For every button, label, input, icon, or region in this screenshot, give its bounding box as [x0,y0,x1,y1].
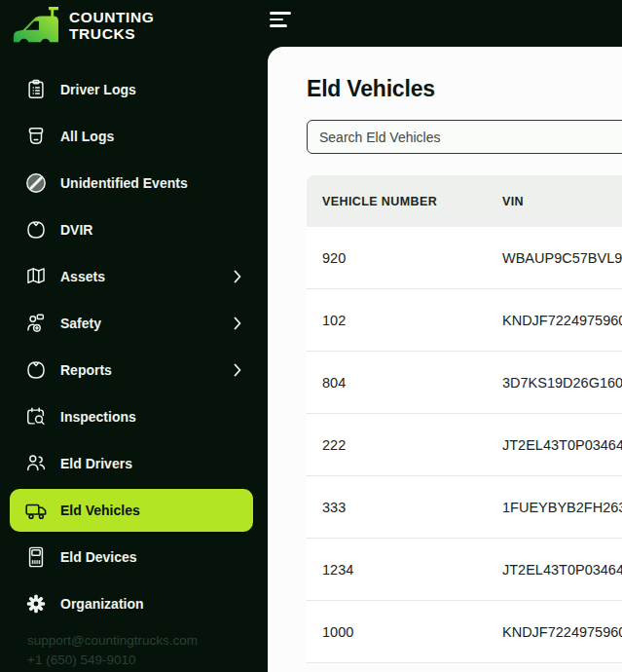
vin-cell: JT2EL43T0P0346455 [502,437,622,453]
vehicles-table: VEHICLE NUMBER VIN 920 WBAUP9C57BVL906 1… [307,175,622,663]
sidebar-item-eld-devices[interactable]: Eld Devices [10,536,253,579]
people-icon [24,452,48,475]
sidebar-item-label: Driver Logs [60,82,136,97]
support-phone: +1 (650) 549-9010 [27,651,198,670]
menu-icon[interactable] [270,12,295,29]
sidebar-item-label: Assets [60,269,105,284]
table-row[interactable]: 1000 KNDJF72249759607 [307,601,622,663]
sidebar-item-unidentified-events[interactable]: Unidentified Events [10,162,253,205]
main-panel: Eld Vehicles VEHICLE NUMBER VIN 920 WBAU… [268,47,622,672]
badge-icon [24,218,48,242]
badge-icon [24,358,48,382]
sidebar-footer: support@countingtrucks.com +1 (650) 549-… [27,631,198,670]
table-row[interactable]: 333 1FUEYBYB2FH26364 [307,476,622,539]
archive-icon [24,125,48,148]
table-row[interactable]: 920 WBAUP9C57BVL906 [307,227,622,289]
vehicle-number-cell: 333 [307,500,502,515]
table-row[interactable]: 804 3D7KS19D26G160000 [307,352,622,414]
user-camera-icon [24,312,48,335]
truck-logo-icon [12,5,62,46]
table-body: 920 WBAUP9C57BVL906 102 KNDJF72249759607… [307,227,622,663]
table-row[interactable]: 102 KNDJF72249759607 [307,289,622,352]
sidebar-item-driver-logs[interactable]: Driver Logs [10,68,253,111]
vin-cell: KNDJF72249759607 [502,624,622,640]
vin-cell: KNDJF72249759607 [502,313,622,328]
chevron-right-icon [234,317,241,330]
chevron-right-icon [234,363,241,377]
vehicle-number-cell: 920 [307,250,502,266]
sidebar-item-assets[interactable]: Assets [10,255,253,298]
vin-cell: WBAUP9C57BVL906 [502,250,622,266]
sidebar-item-eld-vehicles[interactable]: Eld Vehicles [10,489,253,532]
sidebar-item-safety[interactable]: Safety [10,302,253,345]
sidebar-item-reports[interactable]: Reports [10,349,253,392]
vin-cell: 3D7KS19D26G160000 [502,375,622,391]
slash-circle-icon [24,171,48,195]
sidebar-item-label: DVIR [60,222,92,238]
sidebar-item-dvir[interactable]: DVIR [10,208,253,251]
sidebar-item-inspections[interactable]: Inspections [10,395,253,438]
vehicle-number-cell: 102 [307,313,502,328]
sidebar-item-label: Eld Devices [60,549,137,565]
sidebar-nav: Driver Logs All Logs Unidentified Events… [10,68,253,629]
search-input[interactable] [307,120,622,154]
vehicle-number-cell: 222 [307,437,502,453]
calendar-search-icon [24,405,48,429]
column-header-vin: VIN [502,195,622,208]
sidebar-item-label: Organization [60,596,144,612]
sidebar-item-organization[interactable]: Organization [10,582,253,625]
table-header-row: VEHICLE NUMBER VIN [307,175,622,227]
brand-name-line2: TRUCKS [69,25,154,42]
sidebar-item-label: Unidentified Events [60,175,188,191]
sidebar-item-label: Eld Vehicles [60,503,140,518]
vehicle-number-cell: 804 [307,375,502,391]
chevron-right-icon [234,270,241,283]
page-title: Eld Vehicles [307,76,622,102]
sidebar: COUNTING TRUCKS Driver Logs All Logs Uni… [0,0,268,672]
truck-icon [24,499,48,522]
sidebar-item-label: Inspections [60,409,136,425]
device-icon [24,545,48,569]
support-email: support@countingtrucks.com [27,631,198,651]
vin-cell: 1FUEYBYB2FH26364 [502,500,622,515]
table-row[interactable]: 1234 JT2EL43T0P0346455 [307,539,622,601]
vehicle-number-cell: 1000 [307,624,502,640]
brand-logo[interactable]: COUNTING TRUCKS [0,0,268,46]
sidebar-item-eld-drivers[interactable]: Eld Drivers [10,442,253,485]
sidebar-item-label: Safety [60,316,101,331]
brand-name: COUNTING TRUCKS [69,9,154,42]
clipboard-icon [24,78,48,101]
map-icon [24,265,48,288]
sidebar-item-label: All Logs [60,129,114,144]
vin-cell: JT2EL43T0P0346455 [502,562,622,578]
table-row[interactable]: 222 JT2EL43T0P0346455 [307,414,622,476]
brand-name-line1: COUNTING [69,9,154,25]
sidebar-item-label: Reports [60,362,112,378]
sidebar-item-all-logs[interactable]: All Logs [10,115,253,158]
sidebar-item-label: Eld Drivers [60,456,132,471]
gear-icon [24,592,48,616]
column-header-vehicle-number: VEHICLE NUMBER [307,195,502,208]
vehicle-number-cell: 1234 [307,562,502,578]
